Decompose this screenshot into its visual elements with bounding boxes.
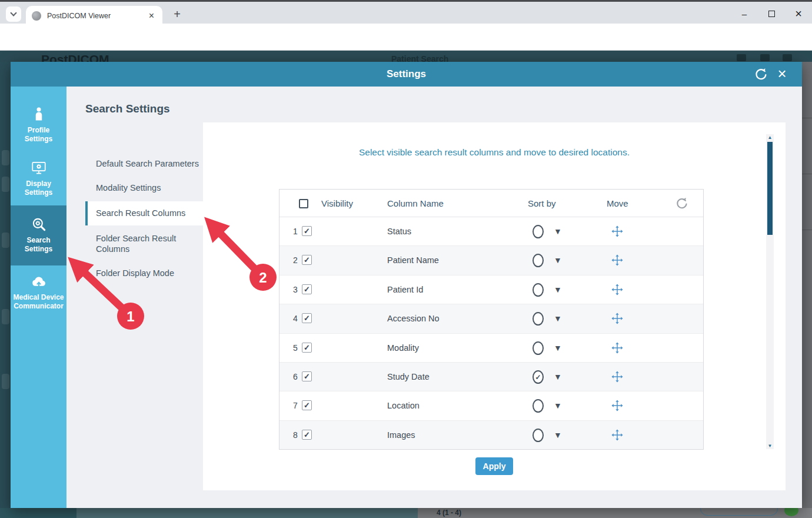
sort-direction-dropdown-icon[interactable]: ▼ xyxy=(554,314,562,323)
new-tab-button[interactable]: + xyxy=(169,6,185,22)
window-minimize-button[interactable]: – xyxy=(731,4,758,24)
modal-sidebar: Profile SettingsDisplay SettingsSearch S… xyxy=(11,87,66,508)
sort-direction-dropdown-icon[interactable]: ▼ xyxy=(554,372,562,381)
favicon-icon xyxy=(32,11,41,21)
sidebar-item-search-settings[interactable]: Search Settings xyxy=(11,205,66,265)
sort-radio[interactable] xyxy=(533,283,544,297)
window-close-button[interactable]: × xyxy=(785,4,812,24)
visibility-checkbox[interactable]: ✓ xyxy=(302,284,312,294)
row-number: 1 xyxy=(290,227,301,236)
sidebar-item-profile-settings[interactable]: Profile Settings xyxy=(11,98,66,152)
window-maximize-button[interactable] xyxy=(758,4,785,24)
visibility-checkbox[interactable]: ✓ xyxy=(302,226,312,236)
column-name-label: Images xyxy=(387,430,415,440)
columns-table: Visibility Column Name Sort by Move 1✓St… xyxy=(279,189,704,450)
sort-direction-dropdown-icon[interactable]: ▼ xyxy=(554,430,562,440)
table-row: 6✓Study Date✓▼ xyxy=(279,363,703,391)
table-row: 2✓Patient Name▼ xyxy=(279,246,703,275)
tab-search-button[interactable] xyxy=(6,6,21,22)
select-all-checkbox[interactable] xyxy=(299,199,308,208)
table-scrollbar[interactable]: ▲ ▼ xyxy=(766,134,774,449)
background-header-icon xyxy=(760,54,770,61)
scrollbar-thumb[interactable] xyxy=(767,142,773,235)
column-name-label: Accession No xyxy=(387,314,440,323)
visibility-checkbox[interactable]: ✓ xyxy=(302,400,312,410)
row-number: 4 xyxy=(290,314,301,323)
table-body: 1✓Status▼2✓Patient Name▼3✓Patient Id▼4✓A… xyxy=(279,217,703,450)
sort-direction-dropdown-icon[interactable]: ▼ xyxy=(554,227,562,236)
column-name-label: Location xyxy=(387,401,420,410)
background-header-icon xyxy=(737,54,746,61)
sort-radio[interactable]: ✓ xyxy=(533,370,544,384)
column-header-visibility: Visibility xyxy=(321,198,353,208)
modal-title: Settings xyxy=(11,68,802,80)
table-row: 8✓Images▼ xyxy=(279,421,703,450)
move-icon[interactable] xyxy=(611,254,624,267)
menu-item-folder-search-result-columns[interactable]: Folder Search Result Columns xyxy=(85,228,203,261)
menu-item-default-search-parameters[interactable]: Default Search Parameters xyxy=(85,153,203,175)
modal-close-button[interactable]: × xyxy=(774,65,790,82)
background-left-sidebar xyxy=(0,62,11,518)
settings-modal: Settings × Profile SettingsDisplay Setti… xyxy=(11,62,802,508)
sort-radio[interactable] xyxy=(533,312,544,326)
move-icon[interactable] xyxy=(611,370,624,383)
move-icon[interactable] xyxy=(611,283,624,296)
browser-tab[interactable]: PostDICOM Viewer × xyxy=(26,6,162,25)
move-icon[interactable] xyxy=(611,399,624,412)
column-header-move: Move xyxy=(607,198,628,208)
row-number: 3 xyxy=(290,285,301,294)
chevron-down-icon xyxy=(10,9,16,16)
reset-columns-button[interactable] xyxy=(675,197,688,210)
background-right-edge xyxy=(802,62,812,508)
table-row: 1✓Status▼ xyxy=(279,217,703,246)
sort-radio[interactable] xyxy=(533,225,544,238)
visibility-checkbox[interactable]: ✓ xyxy=(302,255,312,265)
reset-settings-button[interactable] xyxy=(754,67,768,81)
move-icon[interactable] xyxy=(611,312,624,325)
visibility-checkbox[interactable]: ✓ xyxy=(302,371,312,381)
move-icon[interactable] xyxy=(611,429,624,441)
sort-direction-dropdown-icon[interactable]: ▼ xyxy=(554,343,562,353)
settings-modal-header: Settings × xyxy=(11,62,802,87)
sort-radio[interactable] xyxy=(533,429,544,442)
apply-button[interactable]: Apply xyxy=(475,457,513,475)
maximize-icon xyxy=(768,11,775,17)
visibility-checkbox[interactable]: ✓ xyxy=(302,343,312,353)
column-name-label: Study Date xyxy=(387,372,430,381)
sidebar-item-label: Profile Settings xyxy=(13,126,64,144)
display-icon xyxy=(31,160,47,176)
sidebar-item-display-settings[interactable]: Display Settings xyxy=(11,152,66,205)
sort-radio[interactable] xyxy=(533,254,544,267)
background-bottom-strip xyxy=(76,508,418,518)
sidebar-item-label: Search Settings xyxy=(13,236,64,254)
scroll-up-icon[interactable]: ▲ xyxy=(766,134,774,141)
row-number: 5 xyxy=(290,343,301,353)
menu-item-folder-display-mode[interactable]: Folder Display Mode xyxy=(85,263,203,284)
browser-toolbar: ← → unitedstateswest.postdicom.com/Viewe… xyxy=(0,24,812,51)
visibility-checkbox[interactable]: ✓ xyxy=(302,430,312,440)
sort-direction-dropdown-icon[interactable]: ▼ xyxy=(554,285,562,294)
tab-title: PostDICOM Viewer xyxy=(47,12,147,20)
scroll-down-icon[interactable]: ▼ xyxy=(766,443,774,449)
move-icon[interactable] xyxy=(611,341,624,354)
background-bottom-strip xyxy=(0,508,76,518)
menu-item-search-result-columns[interactable]: Search Result Columns xyxy=(85,201,203,225)
background-result-count: 4 (1 - 4) xyxy=(437,509,461,517)
sort-radio[interactable] xyxy=(533,399,544,413)
sidebar-item-medical-device-communicator[interactable]: Medical Device Communicator xyxy=(11,265,66,319)
row-number: 6 xyxy=(290,372,301,381)
sort-direction-dropdown-icon[interactable]: ▼ xyxy=(554,255,562,265)
row-number: 2 xyxy=(290,255,301,265)
sidebar-item-label: Display Settings xyxy=(13,180,64,197)
row-number: 7 xyxy=(290,401,301,410)
column-name-label: Patient Name xyxy=(387,255,439,265)
page-title: Search Settings xyxy=(85,102,170,115)
column-name-label: Patient Id xyxy=(387,285,423,294)
menu-item-modality-settings[interactable]: Modality Settings xyxy=(85,177,203,199)
visibility-checkbox[interactable]: ✓ xyxy=(302,313,312,323)
sort-direction-dropdown-icon[interactable]: ▼ xyxy=(554,401,562,410)
tab-close-icon[interactable]: × xyxy=(147,11,157,21)
sort-radio[interactable] xyxy=(533,341,544,355)
move-icon[interactable] xyxy=(611,225,624,238)
cloud-icon xyxy=(31,273,47,290)
